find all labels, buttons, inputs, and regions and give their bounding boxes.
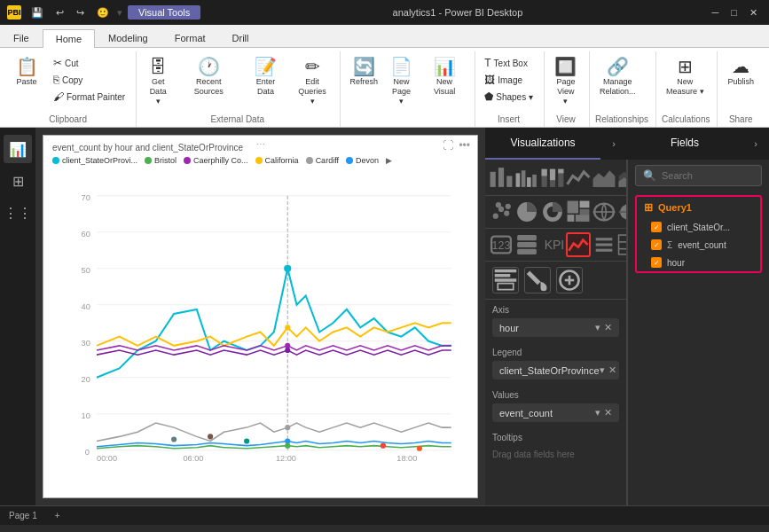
copy-btn[interactable]: ⎘ Copy [50,72,129,88]
data-view-btn[interactable]: ⊞ [4,167,32,195]
manage-relationships-btn[interactable]: 🔗 ManageRelation... [595,55,640,99]
viz-treemap[interactable] [566,200,591,224]
dot-gray [285,425,290,430]
legend-label-3: California [265,156,299,165]
emoji-btn[interactable]: 🙂 [92,5,114,20]
format-painter-btn[interactable]: 🖌 Format Painter [50,89,129,105]
viz-clustered-bar[interactable] [514,165,539,190]
tab-format[interactable]: Format [161,28,219,47]
viz-area[interactable] [592,165,616,190]
axis-field-row[interactable]: hour ▾ ✕ [492,318,619,337]
dot-teal [284,265,291,272]
shapes-btn[interactable]: ⬟ Shapes ▾ [481,89,537,105]
svg-rect-6 [532,175,537,187]
refresh-btn[interactable]: 🔄 Refresh [346,55,381,90]
tab-drill[interactable]: Drill [219,28,263,47]
tab-file[interactable]: File [0,28,43,47]
undo-btn[interactable]: ↩ [51,5,68,20]
minimize-btn[interactable]: ─ [708,5,724,20]
field-checkbox-0[interactable]: ✓ [651,222,662,232]
format-tool-btn[interactable] [492,267,519,293]
recent-sources-btn[interactable]: 🕐 Recent Sources [177,55,239,99]
svg-rect-34 [580,209,590,215]
new-visual-btn[interactable]: 📊 New Visual [421,55,467,99]
paste-btn[interactable]: 📋 Paste [7,55,46,108]
viz-card[interactable]: 123 [489,232,514,257]
field-hour[interactable]: ✓ hour [637,254,760,271]
viz-slicer[interactable] [592,232,616,257]
viz-panel-header[interactable]: Visualizations [485,128,600,160]
cut-btn[interactable]: ✂ Cut [50,55,129,71]
analytics-btn[interactable] [556,267,583,293]
new-page-btn[interactable]: 📄 NewPage ▾ [385,55,418,108]
svg-rect-45 [517,235,537,240]
field-checkbox-2[interactable]: ✓ [651,257,662,268]
panel-headers: Visualizations › Fields › [485,128,769,160]
image-btn[interactable]: 🖼 Image [481,72,537,88]
legend-more-btn[interactable]: ▶ [386,156,392,165]
legend-field-row[interactable]: client_StateOrProvince ▾ ✕ [492,361,619,379]
legend-label-2: Caerphilly Co... [193,156,248,165]
svg-point-26 [504,210,509,215]
new-measure-btn[interactable]: ⊞ NewMeasure ▾ [662,55,709,99]
axis-chevron[interactable]: ▾ [595,322,600,333]
canvas-inner[interactable]: ⛶ ••• ⋯ event_count by hour and client_S… [43,135,478,498]
redo-btn[interactable]: ↪ [72,5,89,20]
viz-line[interactable] [566,165,591,190]
table-header-query1[interactable]: ⊞ Query1 [637,197,760,218]
values-field-row[interactable]: event_count ▾ ✕ [492,403,619,422]
enter-data-btn[interactable]: 📝 Enter Data [243,55,287,99]
viz-scatter[interactable] [489,200,514,224]
edit-queries-btn[interactable]: ✏ EditQueries ▾ [292,55,333,108]
fields-panel-chevron[interactable]: › [742,128,769,160]
main-group: 🔄 Refresh 📄 NewPage ▾ 📊 New Visual [342,51,475,127]
field-event-count[interactable]: ✓ Σ event_count [637,236,760,254]
viz-pie[interactable] [514,200,539,224]
viz-stacked-area[interactable] [617,165,627,190]
fields-panel-header[interactable]: Fields [627,128,742,160]
tab-home[interactable]: Home [43,29,95,48]
legend-chevron[interactable]: ▾ [600,364,605,376]
format-painter-icon: 🖌 [53,90,64,103]
legend-dot-4 [306,157,313,164]
field-client-state[interactable]: ✓ client_StateOr... [637,218,760,236]
viz-100pct-bar[interactable] [540,165,565,190]
viz-kpi[interactable]: KPI [540,232,565,257]
axis-close[interactable]: ✕ [604,322,612,333]
dot-blue-gray [171,436,177,442]
chart-drag-handle[interactable]: ⋯ [256,139,265,149]
viz-panel-chevron[interactable]: › [600,128,627,160]
close-btn[interactable]: ✕ [745,5,762,20]
title-bar: PBI 💾 ↩ ↪ 🙂 ▾ Visual Tools analytics1 - … [0,0,769,25]
legend-close[interactable]: ✕ [608,364,616,376]
status-spacer: + [55,511,60,520]
viz-donut[interactable] [540,200,565,224]
viz-filled-map[interactable] [617,200,627,224]
line-yellow [97,323,451,346]
report-view-btn[interactable]: 📊 [4,135,32,163]
model-view-btn[interactable]: ⋮⋮ [4,199,32,227]
chart-expand-icon[interactable]: ⛶ [443,139,453,152]
field-checkbox-1[interactable]: ✓ [651,239,662,250]
paint-bucket-btn[interactable] [524,267,551,293]
viz-multi-row[interactable] [514,232,539,257]
legend-dot-2 [184,157,191,164]
search-input[interactable] [662,170,754,181]
chart-more-icon[interactable]: ••• [459,139,470,152]
viz-stacked-bar[interactable] [489,165,514,190]
page-view-btn[interactable]: 🔲 PageView ▾ [550,55,582,108]
viz-map[interactable] [592,200,616,224]
values-close[interactable]: ✕ [604,407,612,419]
search-box[interactable]: 🔍 [635,165,762,186]
new-visual-icon: 📊 [434,58,456,75]
viz-table[interactable] [617,232,627,257]
dot-teal-2 [244,438,249,443]
values-chevron[interactable]: ▾ [595,407,600,419]
get-data-btn[interactable]: 🗄 GetData ▾ [142,55,174,108]
viz-line-selected[interactable] [566,232,591,257]
publish-btn[interactable]: ☁ Publish [723,55,758,90]
save-btn[interactable]: 💾 [27,5,48,20]
maximize-btn[interactable]: □ [726,5,742,20]
tab-modeling[interactable]: Modeling [95,28,161,47]
text-box-btn[interactable]: T Text Box [481,55,537,71]
